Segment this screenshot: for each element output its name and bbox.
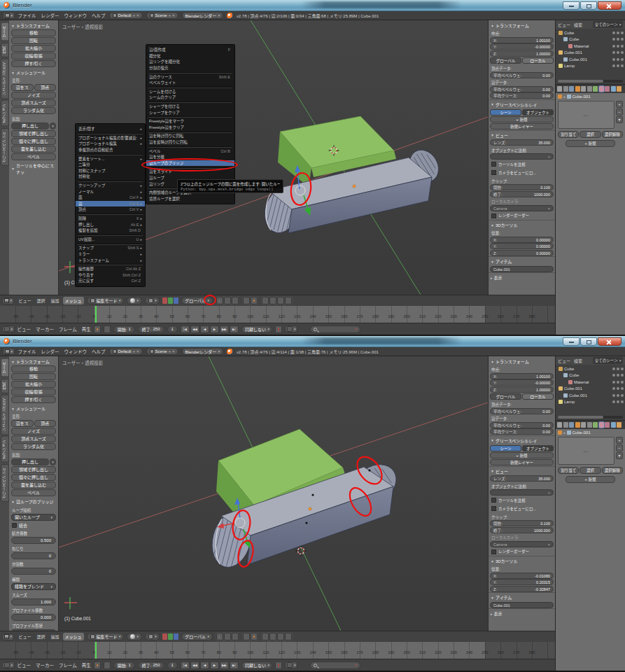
operator-option[interactable]: 補間 — [12, 577, 55, 582]
vertex-select-icon[interactable] — [269, 297, 276, 304]
panel-header-item[interactable]: ▼アイテム — [489, 592, 555, 601]
add-tool-button[interactable]: ベベル — [11, 153, 56, 160]
timeline-menu-item[interactable]: ビュー — [17, 326, 31, 332]
deform-tool-button[interactable]: 辺をス — [11, 84, 34, 91]
add-tool-button[interactable]: 領域で押し出し — [11, 466, 56, 473]
grease-pencil-toggle[interactable]: シーン — [490, 109, 521, 115]
menu-item[interactable]: 辺のクリース Shift E — [146, 74, 234, 80]
visibility-icon[interactable] — [612, 31, 615, 34]
deform-tool-button[interactable]: ランダム化 — [11, 443, 56, 450]
panel-header-grease-pencil[interactable]: ▼グリースペンシルレイ — [489, 99, 555, 108]
current-frame-playhead[interactable] — [95, 642, 97, 659]
selectability-icon[interactable] — [617, 400, 619, 403]
add-layout-icon[interactable]: + — [133, 13, 136, 18]
viewport-menu-item[interactable]: ビュー — [17, 297, 34, 304]
menu-item[interactable]: ノーマル ▸ — [76, 188, 145, 195]
properties-tab-icon[interactable] — [605, 422, 610, 428]
visibility-icon[interactable] — [612, 400, 615, 403]
slot-specials-button[interactable]: ▾ — [616, 452, 623, 459]
properties-tab-icon[interactable] — [575, 422, 580, 428]
renderability-icon[interactable] — [621, 374, 624, 377]
editor-type-menu[interactable]: ▾ — [3, 12, 15, 19]
playback-button[interactable]: ◀◀ — [190, 662, 199, 669]
outliner-view-menu[interactable]: ビュー — [558, 358, 570, 364]
properties-tab-icon[interactable] — [605, 86, 610, 92]
close-button[interactable] — [598, 337, 622, 346]
timeline-menu-item[interactable]: フレーム — [59, 662, 77, 668]
selectability-icon[interactable] — [617, 51, 619, 54]
menu-item[interactable]: Freestyle辺をクリア — [146, 125, 234, 131]
space-toggle-button[interactable]: ローカル — [522, 57, 554, 64]
panel-header-transform[interactable]: ▼トランスフォーム — [9, 21, 58, 29]
timeline-menu-item[interactable]: マーカー — [36, 662, 54, 668]
operator-panel-header[interactable]: ▼辺ループのブリッジ — [9, 497, 58, 505]
snap-element-icon[interactable] — [232, 297, 239, 304]
proportional-edit-icon[interactable] — [216, 297, 223, 304]
menu-item[interactable]: 対称化 — [76, 174, 145, 180]
item-name-field[interactable]: Cube.001 — [490, 266, 554, 272]
properties-tab-icon[interactable] — [557, 422, 562, 428]
sync-mode-selector[interactable]: 同期しない▾ — [241, 662, 273, 669]
visibility-icon[interactable] — [612, 38, 615, 41]
renderability-icon[interactable] — [621, 394, 624, 397]
renderability-icon[interactable] — [621, 38, 624, 41]
opengl-anim-icon[interactable] — [251, 297, 258, 304]
visibility-icon[interactable] — [612, 394, 615, 397]
top-menu-item[interactable]: ウィンドウ — [64, 348, 87, 355]
record-icon[interactable] — [275, 326, 282, 333]
cursor-value-field[interactable]: Y:0.20315 — [490, 579, 554, 585]
menu-item[interactable]: トランスフォーム ▸ — [76, 257, 145, 263]
camera-field[interactable]: Camera× — [490, 541, 554, 547]
panel-header-display[interactable]: ▸表示 — [489, 608, 555, 617]
current-frame-playhead[interactable] — [95, 306, 97, 323]
renderability-icon[interactable] — [621, 64, 624, 67]
renderability-icon[interactable] — [621, 51, 624, 54]
clip-field[interactable]: 終了:1000.000 — [490, 191, 554, 197]
vertex-select-icon[interactable] — [269, 633, 276, 640]
timeline-editor-button[interactable]: ▾ — [2, 662, 15, 668]
search-input[interactable]: × — [310, 326, 360, 333]
orientation-selector[interactable]: グローバル▾ — [181, 633, 212, 640]
tool-shelf-tab[interactable]: 作成 — [1, 379, 9, 393]
menu-item[interactable]: シャープをクリア — [146, 109, 234, 115]
tool-shelf-tab[interactable]: オプション — [1, 436, 9, 463]
space-toggle-button[interactable]: ローカル — [522, 393, 554, 400]
renderability-icon[interactable] — [621, 368, 624, 370]
properties-tab-icon[interactable] — [593, 422, 598, 428]
add-scene-icon[interactable]: + — [169, 349, 171, 354]
timeline-editor-button[interactable]: ▾ — [2, 326, 15, 332]
visibility-icon[interactable] — [612, 58, 615, 61]
deselect-button[interactable]: 選択解除 — [602, 467, 623, 474]
scene-selector[interactable]: Scene + × — [146, 12, 178, 19]
extrude-button[interactable]: 押し出し — [11, 122, 49, 130]
remove-layout-icon[interactable]: × — [136, 13, 139, 18]
transform-tool-button[interactable]: 移動 — [11, 365, 56, 372]
mode-selector[interactable]: 編集モード▾ — [87, 297, 125, 304]
keying-set-button[interactable]: ▾ — [285, 662, 297, 668]
panel-header-snap[interactable]: ▼カーソルを中心にスナッ — [9, 161, 58, 176]
lock-cursor-checkbox[interactable]: カーソルを注視 — [491, 162, 552, 167]
median-value-field[interactable]: Z:1.00000 — [490, 50, 554, 57]
viewport-menu-item[interactable]: メッシュ — [63, 633, 84, 640]
properties-tab-icon[interactable] — [599, 86, 604, 92]
playback-button[interactable]: ◀ — [200, 662, 209, 669]
menu-item[interactable] — [146, 115, 234, 118]
manipulator-toggles[interactable] — [162, 298, 178, 304]
menu-item[interactable]: シームのクリア — [146, 94, 234, 101]
opengl-render-icon[interactable] — [243, 297, 250, 304]
top-menu-item[interactable]: ファイル — [18, 348, 36, 355]
menu-item[interactable] — [76, 213, 145, 216]
outliner-row[interactable]: Cube.001 — [557, 386, 624, 393]
properties-tab-icon[interactable] — [563, 86, 568, 92]
outliner-scrollbar[interactable] — [558, 80, 623, 83]
cursor-value-field[interactable]: X:-0.01080 — [490, 573, 554, 579]
maximize-button[interactable] — [580, 1, 597, 10]
render-border-checkbox[interactable]: レンダーボーダー — [491, 213, 552, 218]
remove-layout-icon[interactable]: × — [136, 349, 139, 354]
operator-option[interactable]: 経路をブレンド — [11, 583, 56, 590]
menu-item[interactable]: 辺を反時計回りに回転 — [146, 139, 234, 146]
transform-tool-button[interactable]: 拡大縮小 — [11, 381, 56, 388]
tool-shelf-tab[interactable]: ツール — [1, 358, 9, 377]
viewport-menu-item[interactable]: メッシュ — [63, 297, 84, 304]
add-slot-button[interactable]: + — [616, 437, 623, 444]
